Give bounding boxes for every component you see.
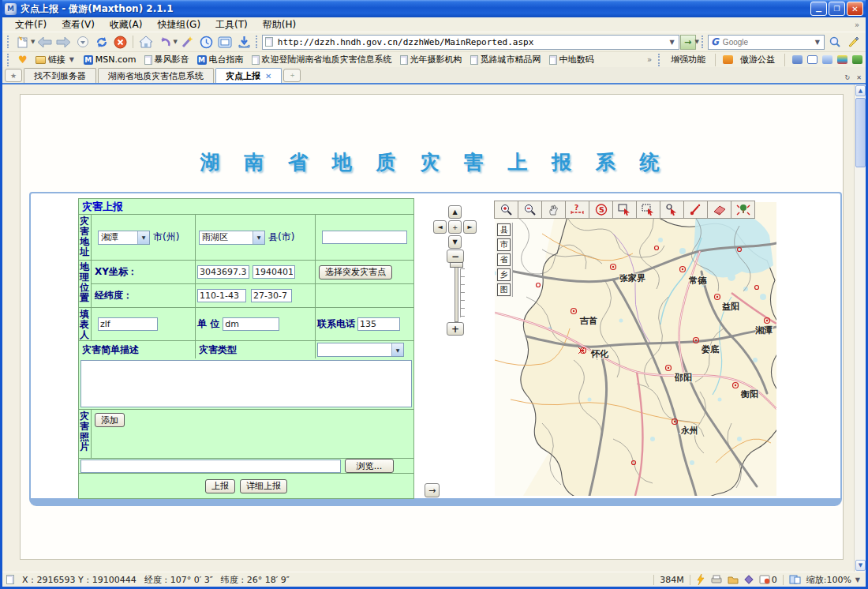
map-zoom-box-button[interactable] (612, 201, 637, 219)
download-button[interactable] (235, 34, 253, 51)
notes-icon[interactable] (822, 55, 832, 64)
pan-center-button[interactable] (448, 220, 462, 234)
menu-view[interactable]: 查看(V) (55, 17, 101, 32)
map-zoom-box-out-button[interactable] (636, 201, 660, 219)
rss-icon[interactable] (837, 55, 847, 64)
map-full-extent-button[interactable] (731, 201, 755, 219)
forward-button[interactable] (54, 34, 73, 51)
county-select[interactable]: 雨湖区 (199, 231, 265, 245)
detail-submit-button[interactable]: 详细上报 (240, 479, 287, 493)
bookmark-radio[interactable]: 电台指南 (195, 54, 246, 66)
new-tab-dropdown[interactable]: ▼ (31, 39, 35, 45)
description-textarea[interactable] (80, 360, 412, 407)
menu-groups[interactable]: 快捷组(G) (151, 17, 207, 32)
close-tab-icon[interactable] (265, 72, 271, 81)
enhance-menu[interactable]: 增强功能 (668, 54, 708, 66)
highlight-pen-button[interactable] (844, 34, 862, 51)
refresh-button[interactable] (92, 34, 110, 51)
back-button[interactable] (36, 34, 54, 51)
layer-province-button[interactable]: 省 (497, 253, 511, 266)
layer-county-button[interactable]: 县 (497, 223, 511, 236)
pan-left-button[interactable] (433, 220, 447, 234)
scroll-thumb[interactable] (855, 98, 866, 167)
menu-tools[interactable]: 工具(T) (209, 17, 254, 32)
scroll-down-icon[interactable] (855, 560, 866, 571)
city-select[interactable]: 湘潭 (98, 231, 150, 245)
proxy-icon[interactable] (711, 575, 722, 584)
pan-right-button[interactable] (463, 220, 477, 234)
disaster-type-select[interactable] (317, 343, 404, 357)
browse-button[interactable]: 浏览... (345, 459, 394, 473)
pick-disaster-point-button[interactable]: 选择突发灾害点 (319, 265, 392, 279)
go-dropdown[interactable]: ▼ (695, 39, 699, 45)
undo-dropdown[interactable]: ▼ (173, 39, 177, 45)
hunan-map[interactable]: 张家界 常德 益阳 吉首 怀化 娄底 湘潭 邵阳 衡阳 永州 (495, 202, 776, 496)
bookmark-milu[interactable]: 觅路城市精品网 (468, 54, 544, 66)
stop-button[interactable] (111, 34, 129, 51)
sidebar-icon[interactable] (792, 55, 803, 64)
addressbar-grip[interactable] (256, 36, 258, 48)
layer-legend-button[interactable]: 图 (497, 283, 511, 296)
zoom-in-step-button[interactable] (447, 322, 464, 336)
searchbox-grip[interactable] (702, 36, 704, 48)
links-overflow-chevron[interactable]: » (647, 55, 652, 64)
tab-hunan-info-system[interactable]: 湖南省地质灾害信息系统 (98, 68, 214, 83)
history-dropdown-button[interactable] (73, 34, 92, 51)
zoom-slider-thumb[interactable] (450, 262, 463, 268)
unit-input[interactable] (223, 317, 279, 331)
links-folder[interactable]: 链接▼ (33, 54, 78, 66)
menu-file[interactable]: 文件(F) (9, 17, 53, 32)
latitude-input[interactable] (251, 289, 292, 302)
submit-button[interactable]: 上报 (205, 479, 235, 493)
bookmark-msn[interactable]: MSN.com (81, 54, 139, 65)
y-coordinate-input[interactable] (253, 265, 295, 279)
close-button[interactable] (847, 2, 863, 16)
map-clear-button[interactable] (707, 201, 731, 219)
undo-button[interactable] (155, 34, 174, 51)
address-input[interactable] (276, 36, 665, 48)
address-detail-input[interactable] (322, 231, 407, 244)
window-layout-icon[interactable] (807, 55, 817, 64)
popup-blocker[interactable]: 0 (759, 575, 777, 585)
zoom-slider-track[interactable] (455, 265, 458, 322)
menu-overflow-chevron[interactable]: » (855, 21, 859, 29)
menu-help[interactable]: 帮助(H) (256, 17, 302, 32)
longitude-input[interactable] (197, 289, 246, 302)
split-view-icon[interactable] (789, 575, 801, 584)
minimize-button[interactable] (810, 2, 827, 16)
map-add-point-button[interactable] (683, 201, 708, 219)
map-identify-button[interactable] (660, 201, 684, 219)
map-pan-button[interactable] (541, 201, 566, 219)
bookmark-hunan-geo[interactable]: 欢迎登陆湖南省地质灾害信息系统 (249, 54, 395, 66)
bookmark-baofeng[interactable]: 暴风影音 (142, 54, 192, 66)
plugin-icon[interactable] (852, 55, 862, 64)
search-box[interactable]: ▼ (708, 35, 825, 50)
page-scrollbar[interactable] (854, 84, 866, 572)
map-measure-distance-button[interactable]: ? (565, 201, 589, 219)
file-path-input[interactable] (80, 460, 341, 473)
zoom-out-step-button[interactable] (447, 249, 464, 263)
linksbar-grip[interactable] (7, 54, 9, 66)
new-tab-button[interactable] (13, 34, 32, 51)
magic-filter-button[interactable] (178, 34, 196, 51)
favorites-button[interactable] (16, 54, 30, 66)
address-bar[interactable]: ▼ (262, 35, 679, 50)
tab-server-not-found[interactable]: 找不到服务器 (24, 68, 96, 83)
layer-township-button[interactable]: 乡 (497, 268, 511, 281)
go-button[interactable] (680, 35, 696, 50)
reporter-name-input[interactable] (98, 317, 158, 331)
home-button[interactable] (137, 34, 155, 51)
tab-list-button[interactable]: ★ (5, 69, 22, 82)
zoom-control[interactable]: 缩放:100% ▼ (806, 574, 862, 586)
folder-status-icon[interactable] (728, 576, 739, 584)
tab-scroll-icon[interactable]: ↻ (844, 74, 852, 81)
bookmark-photo[interactable]: 光年摄影机构 (398, 54, 465, 66)
tab-close-all-icon[interactable]: ✕ (855, 74, 863, 81)
map-measure-area-button[interactable]: S (589, 201, 613, 219)
layer-city-button[interactable]: 市 (497, 238, 511, 251)
snapshot-button[interactable] (216, 34, 234, 51)
menu-favorites[interactable]: 收藏(A) (103, 17, 149, 32)
search-input[interactable] (721, 37, 811, 47)
add-photo-button[interactable]: 添加 (95, 413, 125, 427)
scroll-up-icon[interactable] (855, 85, 866, 96)
